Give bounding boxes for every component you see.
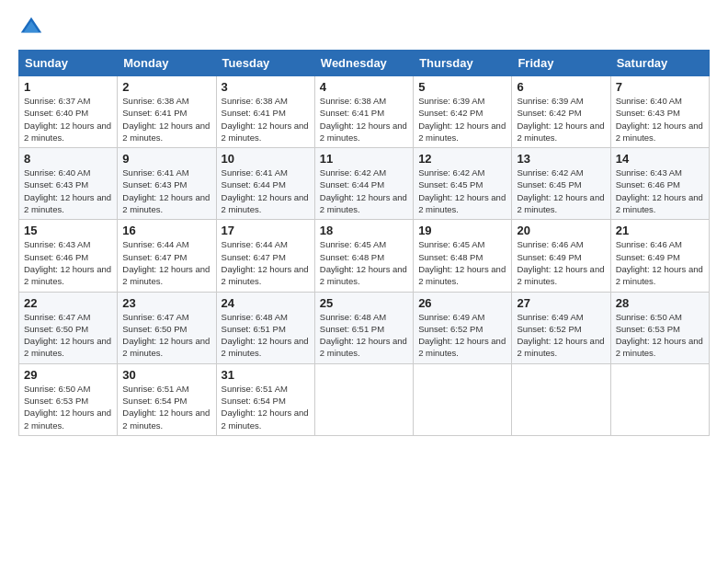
header xyxy=(18,15,710,40)
calendar-cell: 5 Sunrise: 6:39 AM Sunset: 6:42 PM Dayli… xyxy=(414,76,512,148)
day-info: Sunrise: 6:44 AM Sunset: 6:47 PM Dayligh… xyxy=(222,238,310,287)
day-number: 26 xyxy=(418,296,506,310)
day-number: 1 xyxy=(24,80,112,94)
day-number: 9 xyxy=(122,152,210,166)
day-info: Sunrise: 6:42 AM Sunset: 6:44 PM Dayligh… xyxy=(320,167,408,215)
day-number: 25 xyxy=(320,296,408,310)
day-header-thursday: Thursday xyxy=(414,51,512,76)
day-number: 18 xyxy=(320,224,408,237)
day-number: 27 xyxy=(517,296,605,310)
calendar-cell: 15 Sunrise: 6:43 AM Sunset: 6:46 PM Dayl… xyxy=(19,220,118,292)
day-header-tuesday: Tuesday xyxy=(216,51,314,76)
day-info: Sunrise: 6:47 AM Sunset: 6:50 PM Dayligh… xyxy=(122,311,210,360)
day-info: Sunrise: 6:45 AM Sunset: 6:48 PM Dayligh… xyxy=(320,238,408,287)
calendar-table: SundayMondayTuesdayWednesdayThursdayFrid… xyxy=(18,50,710,436)
calendar-cell xyxy=(512,363,610,435)
day-number: 17 xyxy=(222,224,310,237)
calendar-cell: 30 Sunrise: 6:51 AM Sunset: 6:54 PM Dayl… xyxy=(118,363,216,435)
day-number: 11 xyxy=(320,152,408,166)
day-info: Sunrise: 6:47 AM Sunset: 6:50 PM Dayligh… xyxy=(24,311,112,360)
logo xyxy=(18,15,46,40)
day-info: Sunrise: 6:42 AM Sunset: 6:45 PM Dayligh… xyxy=(517,167,605,215)
calendar-cell: 1 Sunrise: 6:37 AM Sunset: 6:40 PM Dayli… xyxy=(19,76,118,148)
day-number: 20 xyxy=(517,224,605,237)
calendar-cell xyxy=(610,363,709,435)
calendar-cell: 13 Sunrise: 6:42 AM Sunset: 6:45 PM Dayl… xyxy=(512,148,610,220)
day-info: Sunrise: 6:51 AM Sunset: 6:54 PM Dayligh… xyxy=(222,383,310,431)
day-number: 3 xyxy=(222,80,310,94)
calendar-cell: 29 Sunrise: 6:50 AM Sunset: 6:53 PM Dayl… xyxy=(19,363,118,435)
day-number: 21 xyxy=(616,224,704,237)
calendar-week-5: 29 Sunrise: 6:50 AM Sunset: 6:53 PM Dayl… xyxy=(19,363,710,435)
day-info: Sunrise: 6:51 AM Sunset: 6:54 PM Dayligh… xyxy=(122,383,210,431)
calendar-cell: 16 Sunrise: 6:44 AM Sunset: 6:47 PM Dayl… xyxy=(118,220,216,292)
day-number: 28 xyxy=(616,296,704,310)
day-info: Sunrise: 6:49 AM Sunset: 6:52 PM Dayligh… xyxy=(517,311,605,360)
day-number: 29 xyxy=(24,368,112,382)
calendar-cell: 14 Sunrise: 6:43 AM Sunset: 6:46 PM Dayl… xyxy=(610,148,709,220)
day-info: Sunrise: 6:48 AM Sunset: 6:51 PM Dayligh… xyxy=(222,311,310,360)
day-info: Sunrise: 6:50 AM Sunset: 6:53 PM Dayligh… xyxy=(24,383,112,431)
day-number: 24 xyxy=(222,296,310,310)
calendar-cell: 21 Sunrise: 6:46 AM Sunset: 6:49 PM Dayl… xyxy=(610,220,709,292)
day-number: 8 xyxy=(24,152,112,166)
calendar-cell: 9 Sunrise: 6:41 AM Sunset: 6:43 PM Dayli… xyxy=(118,148,216,220)
calendar-cell: 7 Sunrise: 6:40 AM Sunset: 6:43 PM Dayli… xyxy=(610,76,709,148)
day-info: Sunrise: 6:38 AM Sunset: 6:41 PM Dayligh… xyxy=(222,95,310,144)
day-header-friday: Friday xyxy=(512,51,610,76)
day-number: 15 xyxy=(24,224,112,237)
day-number: 5 xyxy=(418,80,506,94)
calendar-cell xyxy=(414,363,512,435)
calendar-cell: 26 Sunrise: 6:49 AM Sunset: 6:52 PM Dayl… xyxy=(414,292,512,363)
day-number: 14 xyxy=(616,152,704,166)
day-number: 22 xyxy=(24,296,112,310)
day-info: Sunrise: 6:40 AM Sunset: 6:43 PM Dayligh… xyxy=(24,167,112,215)
day-info: Sunrise: 6:49 AM Sunset: 6:52 PM Dayligh… xyxy=(418,311,506,360)
calendar-cell: 2 Sunrise: 6:38 AM Sunset: 6:41 PM Dayli… xyxy=(118,76,216,148)
day-info: Sunrise: 6:42 AM Sunset: 6:45 PM Dayligh… xyxy=(418,167,506,215)
day-info: Sunrise: 6:41 AM Sunset: 6:44 PM Dayligh… xyxy=(222,167,310,215)
day-number: 19 xyxy=(418,224,506,237)
day-info: Sunrise: 6:43 AM Sunset: 6:46 PM Dayligh… xyxy=(616,167,704,215)
day-header-monday: Monday xyxy=(118,51,216,76)
day-number: 10 xyxy=(222,152,310,166)
day-number: 6 xyxy=(517,80,605,94)
day-number: 16 xyxy=(122,224,210,237)
logo-icon xyxy=(18,15,44,40)
day-number: 4 xyxy=(320,80,408,94)
day-number: 31 xyxy=(222,368,310,382)
day-info: Sunrise: 6:46 AM Sunset: 6:49 PM Dayligh… xyxy=(517,238,605,287)
calendar-week-1: 1 Sunrise: 6:37 AM Sunset: 6:40 PM Dayli… xyxy=(19,76,710,148)
day-number: 2 xyxy=(122,80,210,94)
calendar-cell: 6 Sunrise: 6:39 AM Sunset: 6:42 PM Dayli… xyxy=(512,76,610,148)
day-info: Sunrise: 6:48 AM Sunset: 6:51 PM Dayligh… xyxy=(320,311,408,360)
calendar-week-4: 22 Sunrise: 6:47 AM Sunset: 6:50 PM Dayl… xyxy=(19,292,710,363)
calendar-cell: 18 Sunrise: 6:45 AM Sunset: 6:48 PM Dayl… xyxy=(314,220,413,292)
day-number: 30 xyxy=(122,368,210,382)
day-info: Sunrise: 6:40 AM Sunset: 6:43 PM Dayligh… xyxy=(616,95,704,144)
day-info: Sunrise: 6:50 AM Sunset: 6:53 PM Dayligh… xyxy=(616,311,704,360)
day-info: Sunrise: 6:45 AM Sunset: 6:48 PM Dayligh… xyxy=(418,238,506,287)
day-number: 7 xyxy=(616,80,704,94)
calendar-cell: 4 Sunrise: 6:38 AM Sunset: 6:41 PM Dayli… xyxy=(314,76,413,148)
day-number: 23 xyxy=(122,296,210,310)
day-number: 13 xyxy=(517,152,605,166)
calendar-cell: 25 Sunrise: 6:48 AM Sunset: 6:51 PM Dayl… xyxy=(314,292,413,363)
calendar-header-row: SundayMondayTuesdayWednesdayThursdayFrid… xyxy=(19,51,710,76)
calendar-cell: 3 Sunrise: 6:38 AM Sunset: 6:41 PM Dayli… xyxy=(216,76,314,148)
day-info: Sunrise: 6:39 AM Sunset: 6:42 PM Dayligh… xyxy=(517,95,605,144)
calendar-cell: 27 Sunrise: 6:49 AM Sunset: 6:52 PM Dayl… xyxy=(512,292,610,363)
day-info: Sunrise: 6:46 AM Sunset: 6:49 PM Dayligh… xyxy=(616,238,704,287)
page: SundayMondayTuesdayWednesdayThursdayFrid… xyxy=(0,0,728,563)
calendar-week-3: 15 Sunrise: 6:43 AM Sunset: 6:46 PM Dayl… xyxy=(19,220,710,292)
calendar-cell xyxy=(314,363,413,435)
day-info: Sunrise: 6:39 AM Sunset: 6:42 PM Dayligh… xyxy=(418,95,506,144)
day-info: Sunrise: 6:38 AM Sunset: 6:41 PM Dayligh… xyxy=(320,95,408,144)
calendar-week-2: 8 Sunrise: 6:40 AM Sunset: 6:43 PM Dayli… xyxy=(19,148,710,220)
calendar-cell: 24 Sunrise: 6:48 AM Sunset: 6:51 PM Dayl… xyxy=(216,292,314,363)
calendar-cell: 17 Sunrise: 6:44 AM Sunset: 6:47 PM Dayl… xyxy=(216,220,314,292)
day-info: Sunrise: 6:37 AM Sunset: 6:40 PM Dayligh… xyxy=(24,95,112,144)
calendar-cell: 11 Sunrise: 6:42 AM Sunset: 6:44 PM Dayl… xyxy=(314,148,413,220)
calendar-cell: 31 Sunrise: 6:51 AM Sunset: 6:54 PM Dayl… xyxy=(216,363,314,435)
day-number: 12 xyxy=(418,152,506,166)
